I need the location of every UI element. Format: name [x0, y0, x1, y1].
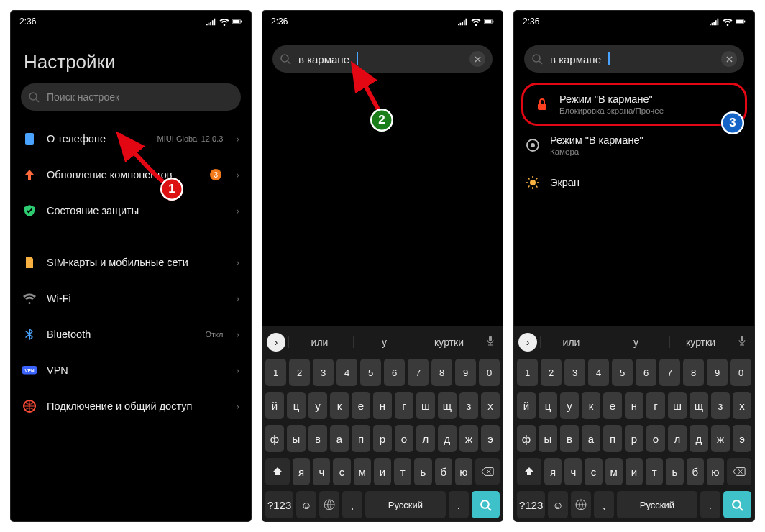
shift-key[interactable]	[517, 458, 541, 485]
suggestion[interactable]: или	[540, 336, 602, 348]
key[interactable]: ь	[666, 458, 683, 485]
key[interactable]: 8	[431, 359, 452, 386]
key[interactable]: э	[481, 425, 500, 452]
key[interactable]: к	[582, 392, 600, 419]
key[interactable]: ш	[668, 392, 687, 419]
key[interactable]: й	[517, 392, 536, 419]
space-key[interactable]: Русский	[617, 491, 697, 518]
key[interactable]: 6	[384, 359, 405, 386]
suggestion[interactable]: у	[353, 336, 415, 348]
clear-button[interactable]	[721, 51, 737, 67]
settings-item[interactable]: VPNVPN›	[11, 352, 251, 388]
suggestion[interactable]: у	[605, 336, 666, 348]
mic-icon[interactable]	[482, 335, 498, 349]
backspace-key[interactable]	[475, 458, 500, 485]
key[interactable]: з	[711, 392, 730, 419]
key[interactable]: 3	[313, 359, 334, 386]
key[interactable]: м	[354, 458, 371, 485]
search-input[interactable]: Поиск настроек	[21, 83, 241, 111]
globe-key[interactable]	[571, 491, 591, 518]
key[interactable]: и	[374, 458, 391, 485]
key[interactable]: а	[582, 425, 600, 452]
key[interactable]: б	[435, 458, 452, 485]
backspace-key[interactable]	[727, 458, 751, 485]
key[interactable]: л	[416, 425, 435, 452]
dot-key[interactable]: .	[700, 491, 720, 518]
clear-button[interactable]	[469, 51, 485, 67]
key[interactable]: ю	[455, 458, 472, 485]
key[interactable]: ь	[414, 458, 431, 485]
key[interactable]: д	[690, 425, 708, 452]
key[interactable]: ч	[313, 458, 330, 485]
key[interactable]: г	[395, 392, 413, 419]
key[interactable]: 4	[336, 359, 357, 386]
key[interactable]: у	[560, 392, 579, 419]
key[interactable]: п	[352, 425, 370, 452]
key[interactable]: в	[560, 425, 579, 452]
key[interactable]: ш	[416, 392, 435, 419]
key[interactable]: л	[668, 425, 687, 452]
search-key[interactable]	[723, 491, 751, 518]
key[interactable]: ы	[287, 425, 306, 452]
key[interactable]: 3	[564, 359, 585, 386]
emoji-key[interactable]: ☺	[296, 491, 316, 518]
settings-item[interactable]: Wi-Fi›	[11, 280, 251, 316]
comma-key[interactable]: ,	[342, 491, 362, 518]
search-result[interactable]: Режим "В кармане"Блокировка экрана/Проче…	[521, 83, 747, 126]
key[interactable]: г	[646, 392, 665, 419]
key[interactable]: щ	[690, 392, 708, 419]
suggestion[interactable]: куртки	[418, 336, 480, 348]
emoji-key[interactable]: ☺	[548, 491, 568, 518]
key[interactable]: о	[395, 425, 413, 452]
key[interactable]: р	[625, 425, 643, 452]
key[interactable]: я	[544, 458, 562, 485]
dot-key[interactable]: .	[449, 491, 469, 518]
key[interactable]: н	[625, 392, 643, 419]
space-key[interactable]: Русский	[365, 491, 446, 518]
key[interactable]: 4	[588, 359, 609, 386]
key[interactable]: з	[459, 392, 478, 419]
key[interactable]: 9	[455, 359, 476, 386]
suggestion[interactable]: куртки	[669, 336, 731, 348]
key[interactable]: д	[438, 425, 457, 452]
key[interactable]: 1	[265, 359, 286, 386]
key[interactable]: 0	[730, 359, 751, 386]
key[interactable]: э	[733, 425, 751, 452]
key[interactable]: х	[481, 392, 500, 419]
settings-item[interactable]: SIM-карты и мобильные сети›	[11, 244, 251, 280]
key[interactable]: 9	[707, 359, 728, 386]
key[interactable]: ч	[564, 458, 582, 485]
key[interactable]: 5	[612, 359, 633, 386]
settings-item[interactable]: BluetoothОткл›	[11, 316, 251, 352]
key[interactable]: 7	[659, 359, 680, 386]
key[interactable]: ж	[711, 425, 730, 452]
key[interactable]: с	[585, 458, 602, 485]
key[interactable]: ф	[517, 425, 536, 452]
key[interactable]: 6	[636, 359, 656, 386]
settings-item[interactable]: О телефонеMIUI Global 12.0.3›	[11, 121, 251, 157]
shift-key[interactable]	[265, 458, 290, 485]
key[interactable]: 2	[541, 359, 562, 386]
keyboard[interactable]: ›илиукуртки1234567890йцукенгшщзхфывапрол…	[262, 326, 503, 521]
expand-button[interactable]: ›	[267, 333, 285, 352]
key[interactable]: е	[603, 392, 622, 419]
key[interactable]: 2	[289, 359, 310, 386]
search-result[interactable]: Режим "В кармане"Камера	[514, 126, 754, 165]
key[interactable]: у	[308, 392, 327, 419]
key[interactable]: м	[605, 458, 623, 485]
suggestion[interactable]: или	[288, 336, 350, 348]
mic-icon[interactable]	[734, 335, 750, 349]
settings-item[interactable]: Обновление компонентов3›	[11, 157, 251, 193]
key[interactable]: я	[293, 458, 310, 485]
settings-item[interactable]: Состояние защиты›	[11, 193, 251, 229]
key[interactable]: щ	[438, 392, 457, 419]
expand-button[interactable]: ›	[518, 333, 537, 352]
key[interactable]: т	[646, 458, 663, 485]
key[interactable]: е	[352, 392, 370, 419]
settings-item[interactable]: Подключение и общий доступ›	[11, 388, 251, 424]
key[interactable]: в	[308, 425, 327, 452]
key[interactable]: и	[626, 458, 643, 485]
key[interactable]: ж	[459, 425, 478, 452]
search-input[interactable]: в кармане	[524, 45, 744, 73]
key[interactable]: ю	[707, 458, 724, 485]
